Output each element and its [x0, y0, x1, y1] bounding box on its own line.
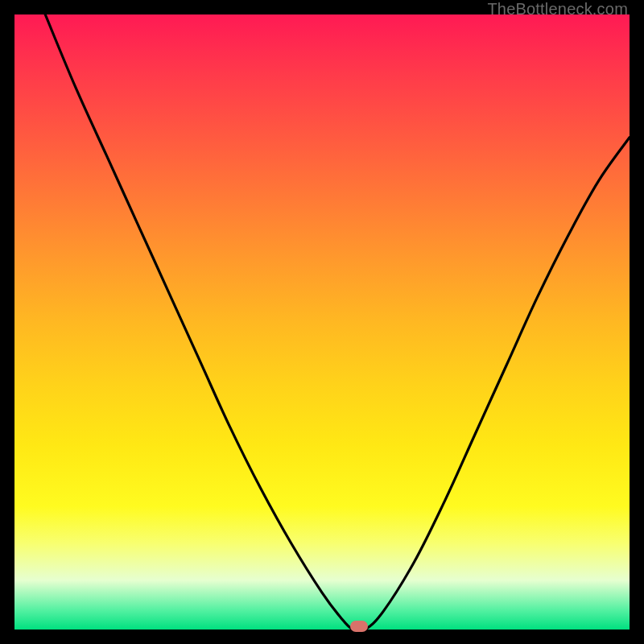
bottleneck-curve [45, 14, 630, 630]
plot-area [14, 14, 630, 630]
curve-svg [14, 14, 630, 630]
chart-frame: TheBottleneck.com [0, 0, 644, 644]
minimum-point-marker [350, 621, 368, 632]
